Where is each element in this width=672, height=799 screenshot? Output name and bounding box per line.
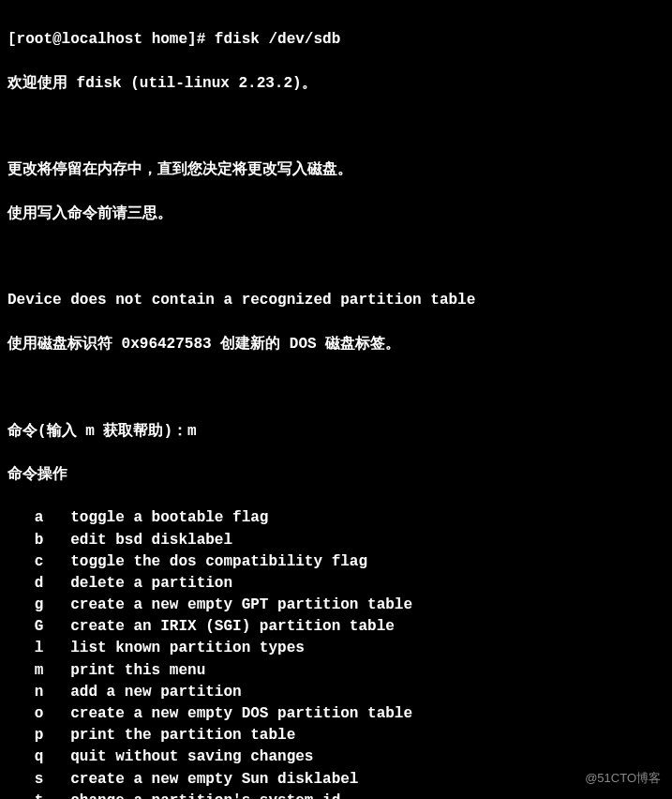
- warning-text: 使用写入命令前请三思。: [7, 204, 665, 225]
- menu-item-g: gcreate a new empty GPT partition table: [7, 595, 665, 616]
- menu-item-p: pprint the partition table: [7, 725, 665, 746]
- blank: [7, 377, 665, 399]
- menu-item-t: tchange a partition's system id: [7, 791, 665, 799]
- welcome-text: 欢迎使用 fdisk (util-linux 2.23.2)。: [7, 73, 665, 95]
- command-menu: atoggle a bootable flagbedit bsd disklab…: [7, 507, 665, 799]
- command-prompt[interactable]: 命令(输入 m 获取帮助)：m: [7, 421, 665, 443]
- menu-item-o: ocreate a new empty DOS partition table: [7, 703, 665, 725]
- menu-item-b: bedit bsd disklabel: [7, 530, 665, 551]
- warning-text: 更改将停留在内存中，直到您决定将更改写入磁盘。: [7, 159, 665, 181]
- menu-item-q: qquit without saving changes: [7, 746, 665, 768]
- terminal-output: [root@localhost home]# fdisk /dev/sdb 欢迎…: [7, 8, 665, 799]
- device-message: Device does not contain a recognized par…: [7, 290, 665, 311]
- menu-header: 命令操作: [7, 464, 665, 486]
- menu-item-c: ctoggle the dos compatibility flag: [7, 551, 665, 573]
- menu-item-a: atoggle a bootable flag: [7, 507, 665, 529]
- watermark: @51CTO博客: [585, 770, 661, 788]
- shell-prompt: [root@localhost home]# fdisk /dev/sdb: [7, 29, 665, 51]
- label-message: 使用磁盘标识符 0x96427583 创建新的 DOS 磁盘标签。: [7, 334, 665, 355]
- menu-item-s: screate a new empty Sun disklabel: [7, 769, 665, 791]
- menu-item-l: llist known partition types: [7, 638, 665, 659]
- menu-item-n: nadd a new partition: [7, 682, 665, 703]
- menu-item-G: Gcreate an IRIX (SGI) partition table: [7, 616, 665, 638]
- blank: [7, 247, 665, 268]
- menu-item-d: ddelete a partition: [7, 573, 665, 595]
- blank: [7, 116, 665, 138]
- menu-item-m: mprint this menu: [7, 660, 665, 682]
